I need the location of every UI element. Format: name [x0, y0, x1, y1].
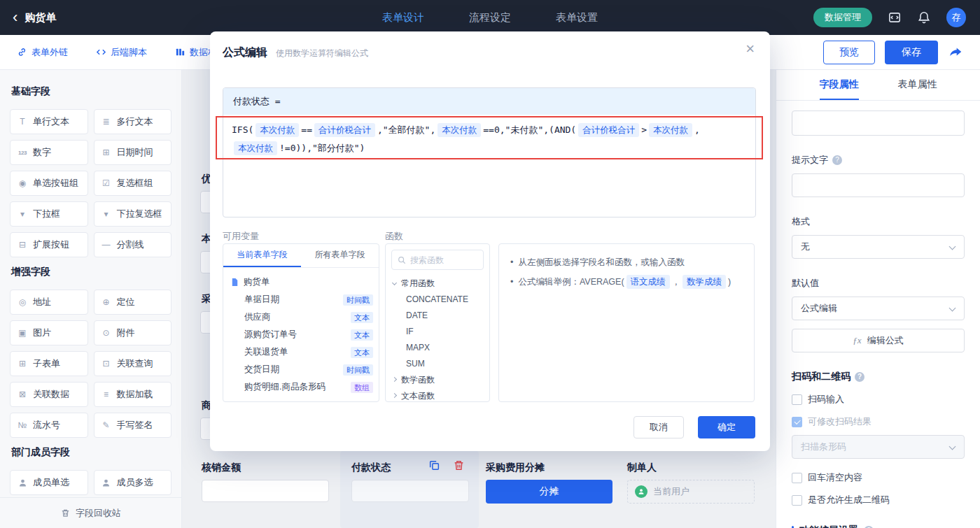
sidebar-field-subform[interactable]: ⊞子表单 — [10, 351, 88, 376]
sidebar-field-link-query[interactable]: ⊡关联查询 — [94, 351, 172, 376]
edit-formula-button[interactable]: ƒx 编辑公式 — [792, 329, 965, 352]
function-item[interactable]: IF — [393, 324, 482, 340]
attachment-icon: ⊙ — [101, 328, 112, 338]
field-label: 数字 — [33, 146, 51, 159]
checkbox-enter-clear[interactable]: 回车清空内容 — [792, 471, 965, 484]
function-item[interactable]: SUM — [393, 356, 482, 372]
variable-name: 源购货订单号 — [244, 329, 297, 341]
tab-form-properties[interactable]: 表单属性 — [898, 70, 937, 100]
function-item[interactable]: DATE — [393, 308, 482, 324]
group-text-functions[interactable]: 文本函数 — [393, 388, 482, 402]
sidebar-field-datetime[interactable]: ⊞日期时间 — [94, 140, 172, 165]
function-search-input[interactable] — [410, 255, 473, 265]
formula-box: 付款状态 = IFS(本次付款==合计价税合计,"全部付款",本次付款==0,"… — [223, 87, 756, 217]
variable-item[interactable]: 购货明细.商品条形码数组 — [230, 378, 373, 396]
payment-status-input[interactable] — [351, 480, 469, 502]
formula-editor[interactable]: IFS(本次付款==合计价税合计,"全部付款",本次付款==0,"未付款",(A… — [223, 115, 755, 164]
variable-item[interactable]: 供应商文本 — [230, 308, 373, 326]
field-label: 附件 — [117, 327, 135, 339]
field-recycle-bin[interactable]: 字段回收站 — [0, 497, 181, 528]
help-question-icon[interactable]: ? — [832, 155, 842, 165]
save-button[interactable]: 保存 — [885, 41, 938, 64]
sidebar-field-single-line-text[interactable]: T单行文本 — [10, 109, 88, 134]
form-node[interactable]: 购货单 — [230, 273, 373, 291]
variable-item[interactable]: 单据日期时间戳 — [230, 291, 373, 308]
sidebar-field-link-data[interactable]: ⊠关联数据 — [10, 382, 88, 407]
sidebar-field-location[interactable]: ⊕定位 — [94, 290, 172, 315]
sidebar-field-member-multi[interactable]: 成员多选 — [94, 470, 172, 495]
sidebar-field-divider[interactable]: —分割线 — [94, 232, 172, 257]
format-select[interactable]: 无 — [792, 235, 965, 259]
toolbar-right: 预览 保存 — [823, 41, 963, 64]
checkbox-scan-input[interactable]: 扫码输入 — [792, 393, 965, 406]
user-avatar[interactable]: 存 — [946, 8, 966, 27]
formula-field-chip[interactable]: 合计价税合计 — [578, 123, 639, 137]
sidebar-field-radio-group[interactable]: ◉单选按钮组 — [10, 171, 88, 196]
group-math-functions[interactable]: 数学函数 — [393, 372, 482, 388]
creator-current-user-field[interactable]: 当前用户 — [627, 480, 755, 504]
sidebar-field-signature[interactable]: ✎手写签名 — [94, 413, 172, 438]
field-label: 成员单选 — [33, 476, 69, 489]
function-item[interactable]: CONCATENATE — [393, 292, 482, 308]
formula-field-chip[interactable]: 本次付款 — [438, 123, 481, 137]
formula-field-chip[interactable]: 合计价税合计 — [314, 123, 375, 137]
sidebar-field-select[interactable]: ▾下拉框 — [10, 201, 88, 227]
notification-bell-icon[interactable] — [917, 10, 931, 24]
selected-field-payment-status[interactable]: 付款状态 — [340, 451, 479, 528]
copy-icon[interactable] — [428, 459, 440, 471]
sidebar-field-multi-line-text[interactable]: ≣多行文本 — [94, 109, 172, 134]
tab-all-form-fields[interactable]: 所有表单字段 — [301, 244, 379, 267]
radio-icon: ◉ — [17, 178, 28, 188]
variable-item[interactable]: 源购货订单号文本 — [230, 326, 373, 343]
tab-form-design[interactable]: 表单设计 — [382, 11, 424, 24]
formula-field-chip[interactable]: 本次付款 — [234, 141, 277, 155]
sidebar-field-member-single[interactable]: 成员单选 — [10, 470, 88, 495]
share-icon[interactable] — [948, 45, 963, 60]
app-icon[interactable] — [888, 10, 902, 24]
checkbox-modify-scan-result[interactable]: 可修改扫码结果 — [792, 415, 965, 428]
sidebar-field-extend-button[interactable]: ⊟扩展按钮 — [10, 232, 88, 257]
tab-flow-setting[interactable]: 流程设定 — [469, 11, 511, 24]
writeoff-amount-input[interactable] — [202, 480, 329, 502]
backend-script-button[interactable]: 后端脚本 — [96, 46, 147, 59]
formula-text: ,"全部付款", — [377, 124, 435, 135]
help-question-icon[interactable]: ? — [855, 372, 864, 382]
formula-field-chip[interactable]: 本次付款 — [649, 123, 692, 137]
scan-mode-select[interactable]: 扫描条形码 — [792, 435, 965, 459]
field-title-input[interactable] — [792, 110, 965, 136]
trash-icon[interactable] — [453, 459, 465, 471]
scan-mode-select-value: 扫描条形码 — [801, 441, 846, 453]
confirm-button[interactable]: 确定 — [698, 416, 755, 438]
back-icon[interactable]: ‹ — [13, 10, 18, 24]
preview-button[interactable]: 预览 — [823, 41, 875, 64]
cancel-button[interactable]: 取消 — [634, 416, 684, 438]
bullet-icon: • — [510, 252, 513, 272]
close-icon[interactable]: × — [746, 41, 755, 57]
sidebar-field-address[interactable]: ◎地址 — [10, 290, 88, 315]
form-external-link-button[interactable]: 表单外链 — [17, 46, 68, 59]
function-item[interactable]: MAPX — [393, 340, 482, 356]
group-common-functions[interactable]: 常用函数 — [393, 276, 482, 292]
tab-form-setting[interactable]: 表单设置 — [556, 11, 598, 24]
type-tag: 数组 — [351, 382, 373, 393]
sidebar-field-image[interactable]: ▣图片 — [10, 320, 88, 345]
sidebar-field-number[interactable]: 123数字 — [10, 140, 88, 165]
variable-item[interactable]: 交货日期时间戳 — [230, 361, 373, 378]
sidebar-field-serial-number[interactable]: №流水号 — [10, 413, 88, 438]
formula-field-chip[interactable]: 本次付款 — [255, 123, 299, 137]
hint-text-input[interactable] — [792, 173, 965, 197]
function-search-box[interactable] — [391, 250, 484, 270]
tab-current-form-fields[interactable]: 当前表单字段 — [223, 244, 301, 267]
sidebar-field-multi-select[interactable]: ▾下拉复选框 — [94, 201, 172, 227]
checkbox-allow-qrcode[interactable]: 是否允许生成二维码 — [792, 494, 965, 506]
sidebar-field-checkbox-group[interactable]: ☑复选框组 — [94, 171, 172, 196]
sidebar-field-attachment[interactable]: ⊙附件 — [94, 320, 172, 345]
tab-field-properties[interactable]: 字段属性 — [820, 70, 859, 100]
variable-item[interactable]: 关联退货单文本 — [230, 343, 373, 361]
number-icon: 123 — [17, 150, 28, 156]
default-value-select[interactable]: 公式编辑 — [792, 297, 965, 320]
data-manage-button[interactable]: 数据管理 — [813, 8, 872, 27]
sidebar-field-data-load[interactable]: ≡数据加载 — [94, 382, 172, 407]
split-button[interactable]: 分摊 — [486, 480, 612, 504]
field-label: 关联查询 — [117, 357, 153, 370]
